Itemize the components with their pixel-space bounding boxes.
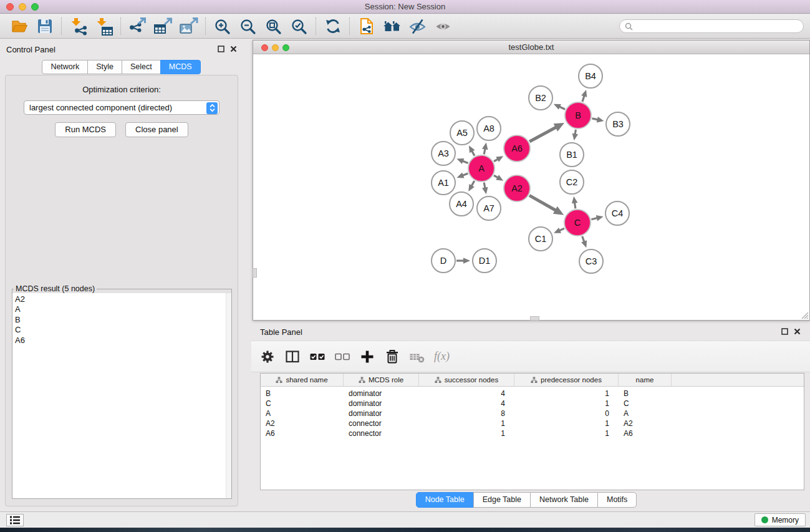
tab-mcds[interactable]: MCDS <box>160 60 201 74</box>
mcds-result-item[interactable]: C <box>15 325 229 335</box>
table-cell[interactable]: C <box>619 399 672 408</box>
zoom-out-button[interactable] <box>235 16 261 37</box>
close-panel-icon[interactable] <box>230 46 237 52</box>
run-mcds-button[interactable]: Run MCDS <box>55 122 116 137</box>
tab-style[interactable]: Style <box>87 60 122 74</box>
select-all-button[interactable] <box>309 348 325 365</box>
table-cell[interactable]: A <box>619 409 672 418</box>
first-neighbors-button[interactable] <box>379 16 405 37</box>
import-table-button[interactable] <box>91 16 117 37</box>
table-row[interactable]: A2connector11A2 <box>261 418 804 428</box>
function-builder-button[interactable]: f(x) <box>433 348 450 365</box>
zoom-selected-button[interactable] <box>286 16 312 37</box>
table-cell[interactable]: 1 <box>514 389 619 398</box>
minimize-window-button[interactable] <box>19 3 26 11</box>
search-input[interactable] <box>637 22 798 31</box>
zoom-window-button[interactable] <box>31 3 39 11</box>
table-panel-title: Table Panel <box>260 327 302 337</box>
mcds-result-item[interactable]: A <box>15 304 229 314</box>
import-network-button[interactable] <box>65 16 91 37</box>
node-label-A4: A4 <box>456 199 467 209</box>
table-cell[interactable]: A6 <box>261 429 344 438</box>
table-cell[interactable]: 0 <box>514 409 619 418</box>
table-cell[interactable]: A <box>261 409 344 418</box>
column-header[interactable]: name <box>619 374 672 386</box>
mcds-result-item[interactable]: A6 <box>15 336 229 346</box>
table-row[interactable]: Adominator80A <box>261 409 804 418</box>
tab-network-table[interactable]: Network Table <box>530 492 598 508</box>
table-cell[interactable]: C <box>261 399 344 408</box>
close-panel-icon[interactable] <box>794 328 801 335</box>
add-column-button[interactable] <box>359 348 375 365</box>
edge-A2-C[interactable] <box>529 195 556 210</box>
table-cell[interactable]: 4 <box>419 389 514 398</box>
memory-button[interactable]: Memory <box>755 513 806 526</box>
table-cell[interactable]: dominator <box>344 389 419 398</box>
float-panel-icon[interactable] <box>218 46 224 52</box>
table-cell[interactable]: 1 <box>419 429 514 438</box>
column-layout-button[interactable] <box>284 348 301 365</box>
tab-network[interactable]: Network <box>42 60 88 74</box>
export-image-button[interactable] <box>176 16 201 37</box>
tab-node-table[interactable]: Node Table <box>416 492 474 508</box>
network-graph[interactable]: B4B2BB3A8A5A6A3B1AC2A1A2A4A7C4CC1DD1C3 <box>253 55 809 320</box>
table-cell[interactable]: 1 <box>514 399 619 408</box>
table-cell[interactable]: A2 <box>619 419 672 428</box>
network-window-titlebar[interactable]: testGlobe.txt <box>253 41 809 54</box>
table-cell[interactable]: 4 <box>419 399 514 408</box>
table-cell[interactable]: A6 <box>619 429 672 438</box>
table-cell[interactable]: connector <box>344 419 419 428</box>
deselect-all-button[interactable] <box>334 348 350 365</box>
column-header[interactable]: MCDS role <box>344 374 419 386</box>
close-panel-button[interactable]: Close panel <box>125 122 188 137</box>
table-cell[interactable]: dominator <box>344 409 419 418</box>
table-cell[interactable]: B <box>619 389 672 398</box>
delete-button[interactable] <box>383 348 400 365</box>
task-history-button[interactable] <box>6 514 24 526</box>
close-network-button[interactable] <box>261 44 268 51</box>
mcds-result-item[interactable]: A2 <box>15 294 229 304</box>
edge-A6-B[interactable] <box>529 127 556 142</box>
table-row[interactable]: Cdominator41C <box>261 399 804 409</box>
optimization-criterion-select[interactable]: largest connected component (directed) <box>24 100 219 115</box>
table-cell[interactable]: 1 <box>514 429 619 438</box>
column-header[interactable]: shared name <box>261 374 344 386</box>
zoom-in-button[interactable] <box>210 16 235 37</box>
export-table-button[interactable] <box>150 16 176 37</box>
column-header[interactable]: predecessor nodes <box>514 374 619 386</box>
splitter-handle[interactable] <box>253 268 257 278</box>
mcds-result-item[interactable]: B <box>15 315 229 325</box>
zoom-fit-button[interactable] <box>261 16 286 37</box>
splitter-handle[interactable] <box>530 316 539 321</box>
open-session-button[interactable] <box>6 16 32 37</box>
table-row[interactable]: Bdominator41B <box>261 389 804 399</box>
delete-table-button[interactable] <box>408 348 425 365</box>
minimize-network-button[interactable] <box>272 44 279 51</box>
tab-motifs[interactable]: Motifs <box>597 492 637 508</box>
table-cell[interactable]: B <box>261 389 344 398</box>
network-canvas[interactable]: B4B2BB3A8A5A6A3B1AC2A1A2A4A7C4CC1DD1C3 <box>253 55 809 320</box>
scrollbar-track[interactable] <box>226 293 231 498</box>
refresh-view-button[interactable] <box>320 16 345 37</box>
search-field[interactable] <box>619 19 804 33</box>
table-cell[interactable]: dominator <box>344 399 419 408</box>
export-network-button[interactable] <box>125 16 150 37</box>
zoom-network-button[interactable] <box>282 44 289 51</box>
table-row[interactable]: A6connector11A6 <box>261 428 804 438</box>
table-cell[interactable]: 1 <box>514 419 619 428</box>
table-cell[interactable]: 1 <box>419 419 514 428</box>
table-settings-button[interactable] <box>259 348 276 365</box>
show-panels-button[interactable] <box>430 16 456 37</box>
table-cell[interactable]: connector <box>344 429 419 438</box>
network-from-file-button[interactable] <box>354 16 379 37</box>
close-window-button[interactable] <box>6 3 14 11</box>
table-cell[interactable]: A2 <box>261 419 344 428</box>
float-panel-icon[interactable] <box>781 328 788 335</box>
tab-select[interactable]: Select <box>122 60 161 74</box>
save-session-button[interactable] <box>32 16 57 37</box>
resize-grip-icon[interactable] <box>800 311 809 319</box>
tab-edge-table[interactable]: Edge Table <box>473 492 531 508</box>
column-header[interactable]: successor nodes <box>419 374 514 386</box>
table-cell[interactable]: 8 <box>419 409 514 418</box>
hide-panels-button[interactable] <box>405 16 430 37</box>
